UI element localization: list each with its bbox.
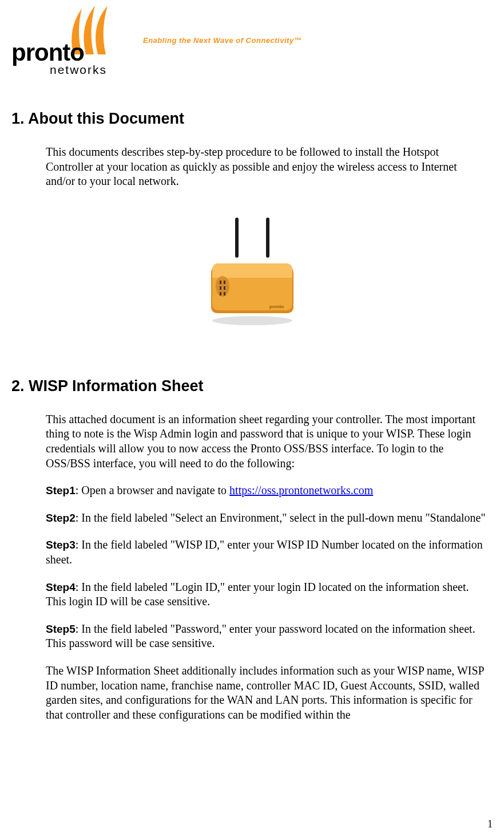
page-header: pronto networks Enabling the Next Wave o… xyxy=(11,6,493,80)
logo-text-networks: networks xyxy=(50,63,107,77)
step1: Step1: Open a browser and navigate to ht… xyxy=(46,483,487,498)
device-image: pronto xyxy=(11,212,493,329)
step4-label: Step4 xyxy=(46,581,76,593)
step5-label: Step5 xyxy=(46,623,76,635)
step3-text: : In the field labeled "WISP ID," enter … xyxy=(46,538,483,566)
tagline-text: Enabling the Next Wave of Connectivity™ xyxy=(143,36,301,45)
pronto-logo: pronto networks xyxy=(11,6,126,80)
step2-label: Step2 xyxy=(46,512,76,524)
svg-point-2 xyxy=(216,276,229,297)
step5: Step5: In the field labeled "Password," … xyxy=(46,622,487,651)
svg-rect-3 xyxy=(220,281,221,284)
wisp-closing: The WISP Information Sheet additionally … xyxy=(46,664,487,722)
page-number: 1 xyxy=(487,818,493,830)
wisp-intro: This attached document is an information… xyxy=(46,412,487,471)
section2-body: This attached document is an information… xyxy=(46,412,487,723)
step3-label: Step3 xyxy=(46,539,76,551)
heading-about: 1. About this Document xyxy=(11,110,493,128)
svg-rect-4 xyxy=(220,286,221,290)
step1-text-a: : Open a browser and navigate to xyxy=(76,484,229,496)
page-container: pronto networks Enabling the Next Wave o… xyxy=(0,0,504,836)
svg-rect-1 xyxy=(266,218,269,258)
svg-rect-7 xyxy=(224,286,225,290)
logo-text-pronto: pronto xyxy=(11,39,84,66)
svg-point-9 xyxy=(212,316,292,325)
svg-rect-5 xyxy=(220,292,221,295)
step4: Step4: In the field labeled "Login ID," … xyxy=(46,580,487,609)
svg-rect-8 xyxy=(224,292,225,295)
step2: Step2: In the field labeled "Select an E… xyxy=(46,511,487,526)
svg-rect-0 xyxy=(235,218,239,258)
svg-text:pronto: pronto xyxy=(269,304,284,309)
step3: Step3: In the field labeled "WISP ID," e… xyxy=(46,538,487,567)
step2-text: : In the field labeled "Select an Enviro… xyxy=(76,511,486,524)
about-paragraph: This documents describes step-by-step pr… xyxy=(46,145,487,189)
step5-text: : In the field labeled "Password," enter… xyxy=(46,622,475,650)
hotspot-device-icon: pronto xyxy=(195,212,309,326)
svg-rect-6 xyxy=(224,281,225,284)
section1-body: This documents describes step-by-step pr… xyxy=(46,145,487,189)
step4-text: : In the field labeled "Login ID," enter… xyxy=(46,581,469,608)
step1-label: Step1 xyxy=(46,484,76,496)
heading-wisp: 2. WISP Information Sheet xyxy=(11,377,493,395)
oss-link[interactable]: https://oss.prontonetworks.com xyxy=(229,484,373,496)
